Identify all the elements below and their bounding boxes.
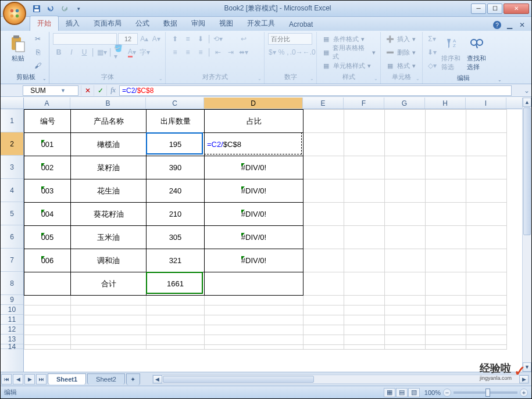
cell-I4[interactable] (466, 179, 507, 203)
cell-B9[interactable] (71, 296, 147, 305)
row-header-2[interactable]: 2 (1, 132, 23, 156)
zoom-out-icon[interactable]: − (443, 389, 451, 397)
cancel-formula-icon[interactable]: ✕ (81, 85, 94, 96)
cell-D1[interactable]: 占比 (205, 110, 304, 133)
cell-B10[interactable] (71, 305, 147, 315)
cell-F5[interactable] (344, 203, 385, 226)
cell-B13[interactable] (71, 335, 147, 345)
select-all-corner[interactable] (1, 98, 24, 109)
qat-more-icon[interactable]: ▾ (73, 3, 84, 15)
cell-H6[interactable] (426, 226, 466, 249)
merge-icon[interactable]: ⬌▾ (238, 46, 249, 58)
col-header-A[interactable]: A (24, 98, 70, 109)
cell-A8[interactable] (24, 272, 71, 296)
italic-icon[interactable]: I (66, 46, 77, 58)
cell-I10[interactable] (466, 305, 507, 315)
align-bottom-icon[interactable]: ⬇ (195, 33, 206, 45)
currency-icon[interactable]: $▾ (268, 46, 277, 58)
cell-F10[interactable] (344, 305, 385, 315)
row-header-1[interactable]: 1 (1, 109, 23, 132)
scroll-up-icon[interactable]: ▲ (523, 98, 531, 107)
underline-icon[interactable]: U (78, 46, 90, 58)
namebox-dropdown-icon[interactable]: ▼ (51, 88, 76, 94)
phonetic-icon[interactable]: 字▾ (139, 46, 151, 58)
prev-sheet-icon[interactable]: ◀ (13, 374, 23, 384)
new-sheet-icon[interactable]: ✦ (126, 373, 140, 385)
comma-icon[interactable]: , (286, 46, 289, 58)
cell-B4[interactable]: 花生油 (71, 179, 147, 203)
inc-decimal-icon[interactable]: .0→ (291, 46, 302, 58)
cell-G12[interactable] (385, 325, 426, 335)
cell-C8[interactable]: 1661 (147, 272, 205, 296)
cell-E4[interactable] (304, 179, 344, 203)
cell-D6[interactable]: #DIV/0! (205, 226, 304, 249)
find-select-button[interactable]: 查找和选择 (466, 33, 489, 73)
cell-I3[interactable] (466, 156, 507, 179)
formula-input[interactable]: =C2/$C$8 (119, 85, 512, 96)
cell-D11[interactable] (205, 315, 304, 325)
cell-F1[interactable] (344, 110, 385, 133)
cell-A7[interactable]: 006 (24, 249, 71, 272)
row-header-6[interactable]: 6 (1, 225, 23, 249)
col-header-E[interactable]: E (303, 98, 344, 109)
cell-G7[interactable] (385, 249, 426, 272)
normal-view-icon[interactable]: ▦ (384, 388, 395, 397)
cell-C11[interactable] (147, 315, 205, 325)
cell-I13[interactable] (466, 335, 507, 345)
cell-B14[interactable] (71, 345, 147, 350)
tab-acrobat[interactable]: Acrobat (282, 18, 320, 31)
cell-A13[interactable] (24, 335, 71, 345)
cell-G6[interactable] (385, 226, 426, 249)
cell-H9[interactable] (426, 296, 466, 305)
tab-view[interactable]: 视图 (212, 16, 240, 31)
row-header-5[interactable]: 5 (1, 202, 23, 225)
row-header-14[interactable]: 14 (1, 344, 23, 349)
conditional-format-button[interactable]: ▦条件格式▾ (320, 33, 377, 45)
help-icon[interactable]: ? (493, 21, 501, 29)
cell-styles-button[interactable]: ▦单元格样式▾ (320, 60, 377, 71)
cell-D14[interactable] (205, 345, 304, 350)
cell-I14[interactable] (466, 345, 507, 350)
zoom-in-icon[interactable]: + (520, 389, 528, 397)
row-header-3[interactable]: 3 (1, 156, 23, 179)
paste-button[interactable]: 粘贴 (6, 33, 30, 71)
col-header-G[interactable]: G (384, 98, 425, 109)
cell-C10[interactable] (147, 305, 205, 315)
cell-A3[interactable]: 002 (24, 156, 71, 179)
minimize-button[interactable]: ─ (471, 3, 486, 14)
cell-F13[interactable] (344, 335, 385, 345)
close-button[interactable]: ✕ (504, 3, 529, 14)
number-format-input[interactable] (268, 33, 312, 45)
cell-E9[interactable] (304, 296, 344, 305)
cell-I9[interactable] (466, 296, 507, 305)
col-header-C[interactable]: C (146, 98, 204, 109)
row-header-12[interactable]: 12 (1, 325, 23, 335)
zoom-slider[interactable] (454, 391, 517, 394)
cell-H13[interactable] (426, 335, 466, 345)
insert-cells-button[interactable]: ➕插入▾ (384, 33, 417, 45)
cell-C9[interactable] (147, 296, 205, 305)
autosum-icon[interactable]: Σ▾ (426, 33, 438, 45)
indent-decrease-icon[interactable]: ⇤ (212, 46, 224, 58)
cell-D13[interactable] (205, 335, 304, 345)
cell-G1[interactable] (385, 110, 426, 133)
cell-C6[interactable]: 305 (147, 226, 205, 249)
align-right-icon[interactable]: ≡ (195, 46, 206, 58)
row-header-4[interactable]: 4 (1, 179, 23, 202)
tab-layout[interactable]: 页面布局 (87, 16, 128, 31)
ribbon-minimize-icon[interactable]: ▁ (505, 20, 514, 30)
grow-font-icon[interactable]: A▴ (139, 33, 150, 45)
first-sheet-icon[interactable]: ⏮ (1, 374, 12, 384)
cell-C2[interactable]: 195 (147, 133, 205, 156)
enter-formula-icon[interactable]: ✓ (94, 85, 106, 96)
cell-B6[interactable]: 玉米油 (71, 226, 147, 249)
vertical-scrollbar[interactable]: ▲ ▼ (522, 98, 531, 372)
cell-E1[interactable] (304, 110, 344, 133)
cell-I12[interactable] (466, 325, 507, 335)
cell-D5[interactable]: #DIV/0! (205, 203, 304, 226)
cell-I8[interactable] (466, 272, 507, 296)
cell-H2[interactable] (426, 133, 466, 156)
align-middle-icon[interactable]: ≡ (182, 33, 194, 45)
cell-B12[interactable] (71, 325, 147, 335)
table-format-button[interactable]: ▦套用表格格式▾ (320, 46, 377, 58)
